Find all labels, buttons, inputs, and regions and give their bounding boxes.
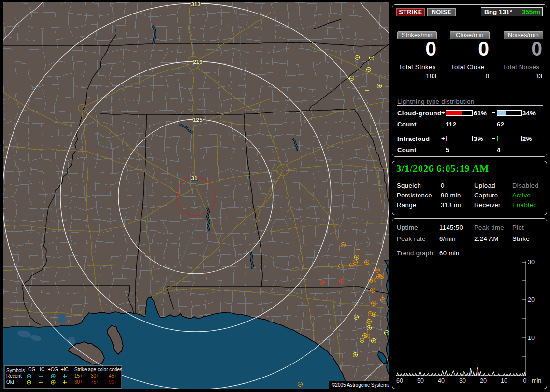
svg-text:20: 20 [528, 296, 535, 303]
svg-text:50: 50 [417, 378, 424, 384]
svg-text:20: 20 [480, 378, 487, 384]
svg-text:30: 30 [459, 378, 466, 384]
svg-text:60: 60 [396, 378, 403, 384]
svg-text:10: 10 [501, 378, 507, 384]
svg-text:40: 40 [438, 378, 445, 384]
svg-text:min: min [532, 378, 541, 384]
svg-text:0: 0 [523, 378, 527, 384]
svg-text:30: 30 [528, 259, 535, 266]
svg-text:10: 10 [528, 335, 535, 341]
